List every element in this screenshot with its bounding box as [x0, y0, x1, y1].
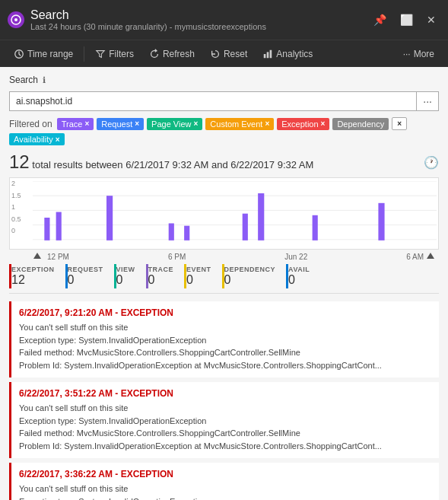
result-1-message: You can't sell stuff on this site: [19, 321, 431, 334]
right-arrow: [427, 253, 434, 259]
filters-label: Filters: [109, 49, 134, 59]
left-arrow: [33, 253, 41, 259]
separator-1: [84, 46, 84, 62]
analytics-label: Analytics: [276, 49, 313, 59]
result-3-body: You can't sell stuff on this site Except…: [19, 482, 431, 500]
refresh-button[interactable]: Refresh: [143, 46, 201, 62]
restore-button[interactable]: ⬜: [396, 12, 418, 27]
dependency-tag-label: Dependency: [337, 119, 384, 129]
trace-remove[interactable]: ×: [84, 119, 89, 128]
window-title: Search: [30, 8, 266, 22]
request-metric-label: REQUEST: [68, 266, 103, 273]
svg-rect-5: [270, 49, 272, 58]
result-2-exception-type: Exception type: System.InvalidOperationE…: [19, 415, 431, 428]
result-item-3[interactable]: 6/22/2017, 3:36:22 AM - EXCEPTION You ca…: [9, 463, 439, 500]
result-item-2[interactable]: 6/22/2017, 3:51:22 AM - EXCEPTION You ca…: [9, 382, 439, 458]
view-metric-label: VIEW: [116, 266, 135, 273]
svg-rect-16: [243, 214, 248, 240]
x-label-6pm: 6 PM: [168, 253, 186, 261]
pin-button[interactable]: 📌: [369, 12, 391, 27]
customevent-tag-label: Custom Event: [210, 119, 262, 129]
svg-rect-11: [44, 218, 49, 240]
filter-tag-availability[interactable]: Availability ×: [9, 133, 65, 145]
svg-rect-13: [106, 196, 113, 240]
result-1-body: You can't sell stuff on this site Except…: [19, 321, 431, 371]
chart-area: 2 1.5 1 0.5 0: [9, 177, 439, 250]
y-label-2: 2: [11, 180, 21, 187]
title-left: Search Last 24 hours (30 minute granular…: [8, 8, 266, 31]
metric-trace[interactable]: TRACE 0: [146, 264, 182, 288]
metric-exception[interactable]: EXCEPTION 12: [9, 264, 62, 288]
metric-view[interactable]: VIEW 0: [114, 264, 143, 288]
search-menu-button[interactable]: ···: [416, 92, 438, 110]
svg-rect-12: [56, 212, 62, 240]
title-text: Search Last 24 hours (30 minute granular…: [30, 8, 266, 31]
pageview-remove[interactable]: ×: [193, 119, 198, 128]
analytics-icon: [262, 49, 273, 59]
metric-request[interactable]: REQUEST 0: [65, 264, 111, 288]
exception-tag-label: Exception: [281, 119, 318, 129]
availability-remove[interactable]: ×: [56, 135, 60, 144]
reset-label: Reset: [224, 49, 247, 59]
svg-point-1: [14, 18, 17, 21]
search-input-wrap: ···: [9, 91, 439, 111]
event-metric-label: EVENT: [186, 266, 211, 273]
filter-tag-dependency[interactable]: Dependency: [332, 118, 389, 130]
search-row: Search ℹ: [9, 75, 439, 85]
x-label-12pm: 12 PM: [47, 253, 69, 261]
pageview-tag-label: Page View: [151, 119, 191, 129]
x-labels: 12 PM 6 PM Jun 22 6 AM: [32, 253, 439, 261]
metrics-row: EXCEPTION 12 REQUEST 0 VIEW 0 TRACE 0 EV…: [9, 264, 439, 294]
svg-rect-17: [258, 193, 264, 240]
chart-svg: [33, 181, 437, 242]
result-3-message: You can't sell stuff on this site: [19, 482, 431, 495]
reset-button[interactable]: Reset: [204, 46, 253, 62]
y-label-0: 0: [11, 227, 21, 234]
svg-rect-15: [184, 226, 189, 240]
metric-dependency[interactable]: DEPENDENCY 0: [222, 264, 284, 288]
search-input[interactable]: [10, 92, 416, 110]
request-metric-value: 0: [68, 273, 75, 287]
result-2-message: You can't sell stuff on this site: [19, 402, 431, 415]
exception-remove[interactable]: ×: [321, 119, 326, 128]
close-button[interactable]: ✕: [422, 12, 440, 27]
result-2-body: You can't sell stuff on this site Except…: [19, 402, 431, 452]
event-metric-value: 0: [186, 273, 193, 287]
more-dots: ···: [403, 49, 411, 59]
refresh-label: Refresh: [163, 49, 195, 59]
analytics-button[interactable]: Analytics: [256, 46, 319, 62]
title-bar: Search Last 24 hours (30 minute granular…: [0, 0, 448, 40]
toolbar: Time range Filters Refresh Reset Analyti…: [0, 40, 448, 67]
filter-tag-request[interactable]: Request ×: [97, 118, 144, 130]
metric-avail[interactable]: AVAIL 0: [286, 264, 317, 288]
request-remove[interactable]: ×: [135, 119, 139, 128]
svg-rect-18: [313, 215, 318, 240]
search-label: Search: [9, 75, 38, 85]
y-label-1: 1: [11, 203, 21, 211]
filter-tag-trace[interactable]: Trace ×: [57, 118, 94, 130]
result-3-exception-type: Exception type: System.InvalidOperationE…: [19, 495, 431, 501]
filters-button[interactable]: Filters: [89, 46, 140, 62]
exception-metric-value: 12: [11, 273, 25, 287]
filter-tag-customevent[interactable]: Custom Event ×: [205, 118, 274, 130]
more-button[interactable]: ··· More: [397, 46, 440, 62]
result-1-exception-type: Exception type: System.InvalidOperationE…: [19, 334, 431, 347]
filter-tag-pageview[interactable]: Page View ×: [147, 118, 202, 130]
x-label-6am: 6 AM: [406, 253, 424, 261]
time-range-button[interactable]: Time range: [8, 46, 79, 62]
availability-tag-label: Availability: [14, 135, 53, 144]
avail-metric-value: 0: [288, 273, 295, 287]
dependency-x-remove[interactable]: ×: [397, 119, 402, 128]
filters-row: Filtered on Trace × Request × Page View …: [9, 117, 439, 145]
trace-metric-value: 0: [148, 273, 155, 287]
metric-event[interactable]: EVENT 0: [184, 264, 219, 288]
filter-tag-dependency-x[interactable]: ×: [392, 117, 407, 130]
dependency-metric-value: 0: [224, 273, 231, 287]
result-1-failed-method: Failed method: MvcMusicStore.Controllers…: [19, 346, 431, 359]
result-item-1[interactable]: 6/22/2017, 9:21:20 AM - EXCEPTION You ca…: [9, 301, 439, 377]
search-info-icon: ℹ: [43, 75, 46, 85]
filter-tag-exception[interactable]: Exception ×: [277, 118, 329, 130]
request-tag-label: Request: [101, 119, 132, 129]
history-icon[interactable]: 🕐: [424, 155, 439, 170]
customevent-remove[interactable]: ×: [265, 119, 269, 128]
